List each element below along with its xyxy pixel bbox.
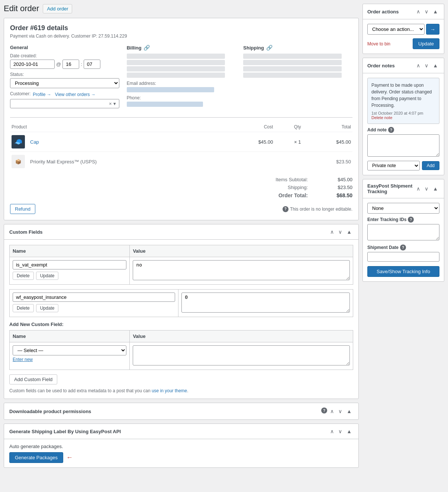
time-at-separator: @ [56, 61, 61, 67]
product-qty: × 1 [274, 132, 302, 152]
product-name-link[interactable]: Cap [30, 139, 39, 145]
panel-close-btn[interactable]: ▲ [345, 228, 353, 236]
help-icon: ? [283, 206, 289, 212]
customer-clear-icon[interactable]: × [109, 101, 112, 106]
add-note-help-icon: ? [388, 127, 394, 133]
tracking-ids-input[interactable] [367, 224, 439, 240]
page-title: Edit order [4, 4, 39, 13]
order-payment-info: Payment via Cash on delivery. Customer I… [10, 33, 352, 39]
product-total: $45.00 [302, 132, 352, 152]
cf1-update-button[interactable]: Update [36, 272, 59, 280]
oa-collapse-down-btn[interactable]: ∨ [423, 8, 430, 15]
panel-collapse-up-btn[interactable]: ∧ [329, 228, 335, 236]
add-note-textarea[interactable] [367, 134, 439, 157]
subtotal-label: Items Subtotal: [275, 177, 308, 182]
add-cf-value-textarea[interactable] [133, 345, 350, 365]
add-cf-name-select[interactable]: — Select — is_vat_exempt wf_easypost_ins… [13, 345, 126, 355]
move-to-bin-link[interactable]: Move to bin [367, 41, 390, 47]
customer-label: Customer: [10, 91, 30, 96]
custom-field-table-2: Delete Update 0 [9, 289, 353, 317]
cf1-name-input[interactable] [13, 260, 126, 269]
time-hour-input[interactable] [62, 60, 79, 69]
add-new-cf-label: Add New Custom Field: [9, 322, 353, 327]
cf2-delete-button[interactable]: Delete [13, 304, 34, 312]
dlp-close-btn[interactable]: ▲ [345, 408, 353, 415]
cf1-value-textarea[interactable]: no [133, 260, 350, 280]
panel-collapse-down-btn[interactable]: ∨ [337, 228, 344, 236]
customer-links[interactable]: Profile → View other orders → [33, 92, 96, 97]
use-in-theme-link[interactable]: use in your theme [152, 388, 187, 393]
oa-collapse-up-btn[interactable]: ∧ [415, 8, 422, 15]
refund-button[interactable]: Refund [10, 204, 35, 214]
shipping-edit-icon[interactable]: 🔗 [266, 45, 273, 51]
ep-close-btn[interactable]: ▲ [431, 185, 439, 192]
update-button[interactable]: Update [413, 38, 439, 49]
order-total-value: $68.50 [323, 192, 352, 198]
cf2-update-button[interactable]: Update [36, 304, 59, 312]
shipping-section-label: Shipping 🔗 [243, 45, 352, 51]
profile-link[interactable]: Profile → [33, 92, 51, 97]
date-created-input[interactable] [10, 60, 55, 69]
status-select[interactable]: Processing Pending payment Completed On … [10, 78, 119, 88]
col-cost: Cost [225, 122, 274, 132]
shipping-label: Shipping: [288, 185, 308, 190]
tracking-ids-label: Enter Tracking IDs ? [367, 217, 439, 223]
generate-shipping-panel: Generate Shipping Label By Using EasyPos… [4, 424, 359, 468]
time-min-input[interactable] [84, 60, 100, 69]
cf1-delete-button[interactable]: Delete [13, 272, 34, 280]
dlp-collapse-up-btn[interactable]: ∧ [329, 408, 335, 415]
easypost-carrier-select[interactable]: None [367, 203, 439, 214]
note-type-select[interactable]: Private note Customer note Order note [367, 161, 420, 170]
items-table: Product Cost Qty Total 🧢 Cap $4 [10, 122, 352, 171]
oa-close-btn[interactable]: ▲ [431, 8, 439, 15]
add-note-button[interactable]: Add [422, 161, 439, 170]
gsl-collapse-up-btn[interactable]: ∧ [329, 428, 335, 435]
gsl-close-btn[interactable]: ▲ [345, 428, 353, 435]
shipping-address [243, 54, 352, 78]
save-tracking-button[interactable]: Save/Show Tracking Info [367, 266, 439, 277]
col-total: Total [302, 122, 352, 132]
time-colon: : [81, 61, 82, 67]
email-label: Email address: [127, 81, 236, 86]
shipment-date-input[interactable] [367, 252, 439, 262]
order-number-title: Order #619 details [10, 24, 352, 32]
ep-collapse-up-btn[interactable]: ∧ [415, 185, 422, 192]
customer-dropdown-icon[interactable]: ▾ [113, 101, 116, 106]
add-cf-value-col: Value [130, 330, 353, 342]
add-order-button[interactable]: Add order [43, 4, 72, 13]
email-value [127, 87, 214, 92]
cf2-value-textarea[interactable]: 0 [181, 293, 350, 313]
order-notes-title: Order notes [367, 63, 395, 68]
dlp-collapse-down-btn[interactable]: ∨ [337, 408, 344, 415]
order-note-text: Payment to be made upon delivery. Order … [371, 82, 435, 109]
phone-label: Phone: [127, 95, 236, 100]
cf2-name-input[interactable] [13, 293, 175, 302]
cf-value-col: Value [130, 245, 353, 257]
gsl-collapse-down-btn[interactable]: ∨ [337, 428, 344, 435]
ep-collapse-down-btn[interactable]: ∨ [423, 185, 430, 192]
easypost-panel: EasyPost Shipment Tracking ∧ ∨ ▲ None En… [362, 179, 444, 282]
delete-note-link[interactable]: Delete note [371, 115, 392, 120]
customer-search-input[interactable] [13, 101, 109, 106]
shipment-date-label: Shipment Date ? [367, 245, 439, 250]
on-collapse-up-btn[interactable]: ∧ [415, 62, 422, 69]
view-other-orders-link[interactable]: View other orders → [55, 92, 96, 97]
generate-shipping-title: Generate Shipping Label By Using EasyPos… [9, 429, 121, 434]
billing-address [127, 54, 236, 78]
billing-edit-icon[interactable]: 🔗 [144, 45, 150, 51]
order-action-select[interactable]: Choose an action... [367, 24, 425, 35]
enter-new-link[interactable]: Enter new [13, 357, 126, 362]
custom-fields-title: Custom Fields [9, 229, 43, 235]
col-qty: Qty [274, 122, 302, 132]
add-custom-field-button[interactable]: Add Custom Field [9, 374, 57, 384]
add-custom-field-table: Name Value — Select — is_vat_exempt wf_e… [9, 330, 353, 370]
generate-packages-button[interactable]: Generate Packages [9, 452, 63, 463]
table-row: 🧢 Cap $45.00 × 1 $45.00 [10, 132, 352, 152]
dlp-title: Downloadable product permissions [9, 409, 91, 414]
product-cost: $45.00 [225, 132, 274, 152]
table-row: — Select — is_vat_exempt wf_easypost_ins… [10, 342, 353, 370]
on-collapse-down-btn[interactable]: ∨ [423, 62, 430, 69]
order-actions-panel: Order actions ∧ ∨ ▲ Choose an action... … [362, 4, 444, 54]
order-action-go-button[interactable]: → [426, 24, 439, 35]
on-close-btn[interactable]: ▲ [431, 62, 439, 69]
